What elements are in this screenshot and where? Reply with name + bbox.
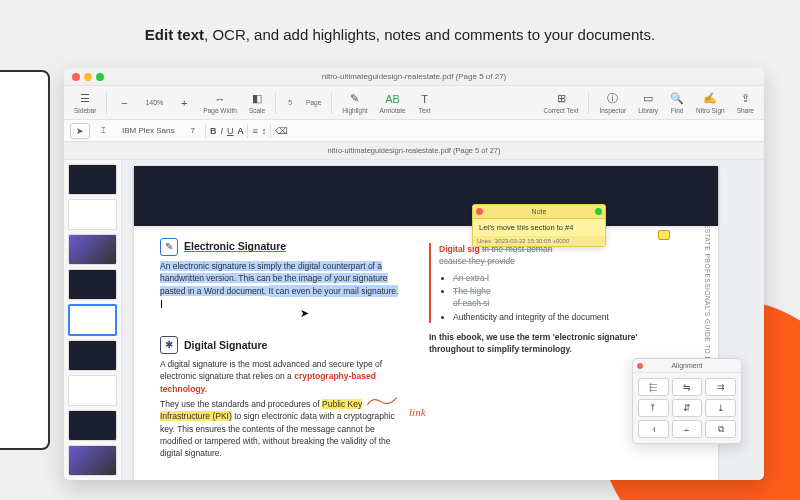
sidebar-button[interactable]: ☰ Sidebar xyxy=(70,90,100,116)
highlight-button[interactable]: ✎ Highlight xyxy=(338,90,371,116)
content-area: THE REAL ESTATE PROFESSIONAL'S GUIDE TO … xyxy=(64,160,764,480)
window-controls xyxy=(72,73,104,81)
thumbnail-sidebar[interactable] xyxy=(64,160,122,480)
titlebar[interactable]: nitro-ultimateguidesign-realestate.pdf (… xyxy=(64,68,764,86)
page-value[interactable]: 5 xyxy=(282,96,298,109)
share-button[interactable]: ⇪ Share xyxy=(733,90,758,116)
page-canvas[interactable]: THE REAL ESTATE PROFESSIONAL'S GUIDE TO … xyxy=(122,160,764,480)
zoom-out-button[interactable]: − xyxy=(113,94,135,112)
distribute-v-button[interactable]: ⫠ xyxy=(672,420,703,438)
text-caret xyxy=(161,300,162,308)
bold-button[interactable]: B xyxy=(210,126,217,136)
highlight-icon: ✎ xyxy=(348,92,362,106)
italic-button[interactable]: I xyxy=(220,126,223,136)
minimize-icon[interactable] xyxy=(84,73,92,81)
sidebar-icon: ☰ xyxy=(78,92,92,106)
zoom-value[interactable]: 140% xyxy=(139,96,169,109)
tab-title: nitro-ultimateguidesign-realestate.pdf (… xyxy=(327,146,500,155)
freehand-annotation[interactable]: link xyxy=(366,394,426,421)
align-center-h-button[interactable]: ⇋ xyxy=(672,378,703,396)
sticky-note-header[interactable]: Note xyxy=(473,205,605,219)
sticky-note-body[interactable]: Let's move this section to #4 xyxy=(473,219,605,236)
ocr-icon: ⊞ xyxy=(554,92,568,106)
next-page-peek xyxy=(134,166,718,226)
pen-square-icon: ✎ xyxy=(160,238,178,256)
scale-icon: ◧ xyxy=(250,92,264,106)
annotate-button[interactable]: AB Annotate xyxy=(376,90,410,116)
text-button[interactable]: T Text xyxy=(414,90,436,116)
expand-icon[interactable] xyxy=(595,208,602,215)
inspector-button[interactable]: ⓘ Inspector xyxy=(595,90,630,116)
match-size-button[interactable]: ⧉ xyxy=(705,420,736,438)
align-bottom-button[interactable]: ⤓ xyxy=(705,399,736,417)
align-button[interactable]: ≡ xyxy=(252,126,257,136)
search-icon: 🔍 xyxy=(670,92,684,106)
alignment-popup-header[interactable]: Alignment xyxy=(633,359,741,373)
digital-signature-p1[interactable]: A digital signature is the most advanced… xyxy=(160,358,401,395)
background-tablet xyxy=(0,70,50,450)
page-thumbnail-selected[interactable] xyxy=(68,304,117,335)
close-icon[interactable] xyxy=(637,363,643,369)
digital-signature-p2[interactable]: They use the standards and procedures of… xyxy=(160,398,401,460)
pointer-tool[interactable]: ➤ xyxy=(70,123,90,139)
digital-signature-heading[interactable]: ✱ Digital Signature xyxy=(160,336,401,354)
font-select[interactable]: IBM Plex Sans xyxy=(116,123,180,138)
library-button[interactable]: ▭ Library xyxy=(634,90,662,116)
page-thumbnail[interactable] xyxy=(68,410,117,441)
align-center-v-button[interactable]: ⇵ xyxy=(672,399,703,417)
alignment-popup[interactable]: Alignment ⬱ ⇋ ⇉ ⤒ ⇵ ⤓ ⫞ ⫠ ⧉ xyxy=(632,358,742,444)
page-thumbnail[interactable] xyxy=(68,445,117,476)
eraser-button[interactable]: ⌫ xyxy=(275,126,288,136)
alignment-popup-title: Alignment xyxy=(671,362,702,369)
page-width-icon: ↔ xyxy=(213,92,227,106)
electronic-signature-heading[interactable]: ✎ Electronic Signature xyxy=(160,238,401,256)
text-tool[interactable]: 𝙸 xyxy=(94,122,112,139)
library-icon: ▭ xyxy=(641,92,655,106)
headline-rest: , OCR, and add highlights, notes and com… xyxy=(204,26,655,43)
page-thumbnail[interactable] xyxy=(68,269,117,300)
callout-bullets: An extra l The higheof each si Authentic… xyxy=(439,272,670,323)
correct-text-button[interactable]: ⊞ Correct Text xyxy=(540,90,583,116)
page-thumbnail[interactable] xyxy=(68,234,117,265)
text-icon: T xyxy=(418,92,432,106)
annotate-icon: AB xyxy=(386,92,400,106)
electronic-signature-text[interactable]: An electronic signature is simply the di… xyxy=(160,260,401,309)
mouse-cursor-icon: ➤ xyxy=(300,307,309,319)
document-tab[interactable]: nitro-ultimateguidesign-realestate.pdf (… xyxy=(64,142,764,160)
ebook-note[interactable]: In this ebook, we use the term 'electron… xyxy=(429,331,670,356)
page-thumbnail[interactable] xyxy=(68,164,117,195)
share-icon: ⇪ xyxy=(738,92,752,106)
distribute-h-button[interactable]: ⫞ xyxy=(638,420,669,438)
main-toolbar: ☰ Sidebar − 140% + ↔ Page Width ◧ Scale … xyxy=(64,86,764,120)
inspector-icon: ⓘ xyxy=(606,92,620,106)
sticky-note-date: 2023-02-22 15:30:08 +0000 xyxy=(495,238,569,244)
align-top-button[interactable]: ⤒ xyxy=(638,399,669,417)
find-button[interactable]: 🔍 Find xyxy=(666,90,688,116)
line-spacing-button[interactable]: ↕ xyxy=(262,126,267,136)
alignment-grid: ⬱ ⇋ ⇉ ⤒ ⇵ ⤓ ⫞ ⫠ ⧉ xyxy=(633,373,741,443)
page-thumbnail[interactable] xyxy=(68,340,117,371)
align-left-button[interactable]: ⬱ xyxy=(638,378,669,396)
plus-icon: + xyxy=(177,96,191,110)
sticky-note-anchor-icon[interactable] xyxy=(658,230,670,240)
page-thumbnail[interactable] xyxy=(68,199,117,230)
sticky-note-footer: Unes 2023-02-22 15:30:08 +0000 xyxy=(473,236,605,246)
close-icon[interactable] xyxy=(72,73,80,81)
callout-block[interactable]: Digital sig th the most deman ecause the… xyxy=(429,243,670,323)
align-right-button[interactable]: ⇉ xyxy=(705,378,736,396)
page-width-button[interactable]: ↔ Page Width xyxy=(199,90,241,116)
annotation-text: link xyxy=(409,406,426,418)
nitro-sign-button[interactable]: ✍ Nitro Sign xyxy=(692,90,729,116)
zoom-in-button[interactable]: + xyxy=(173,94,195,112)
close-icon[interactable] xyxy=(476,208,483,215)
pointer-icon: ➤ xyxy=(76,126,84,136)
scale-button[interactable]: ◧ Scale xyxy=(245,90,269,116)
font-size-select[interactable]: 7 xyxy=(184,123,200,138)
font-color-button[interactable]: A xyxy=(237,126,243,136)
page-thumbnail[interactable] xyxy=(68,375,117,406)
sticky-note-popup[interactable]: Note Let's move this section to #4 Unes … xyxy=(472,204,606,247)
underline-button[interactable]: U xyxy=(227,126,234,136)
zoom-window-icon[interactable] xyxy=(96,73,104,81)
app-window: nitro-ultimateguidesign-realestate.pdf (… xyxy=(64,68,764,480)
format-toolbar: ➤ 𝙸 IBM Plex Sans 7 B I U A ≡ ↕ ⌫ xyxy=(64,120,764,142)
